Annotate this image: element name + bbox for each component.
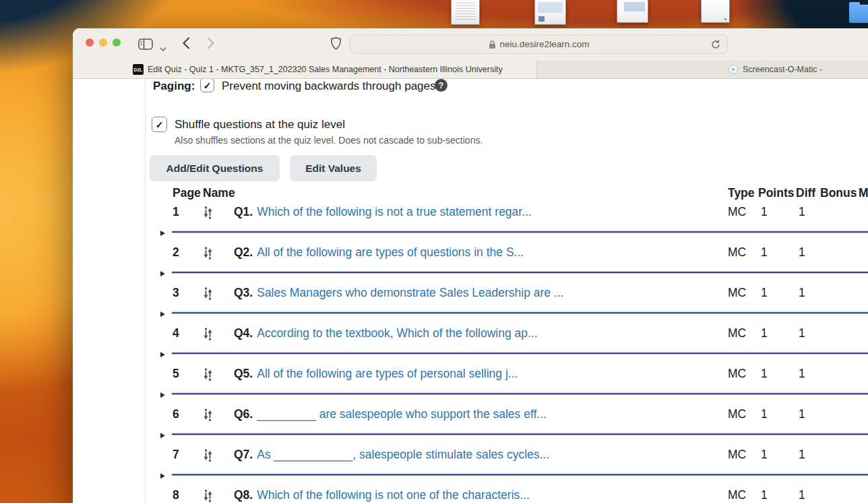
background-window-thumbnail[interactable]: [534, 0, 566, 25]
tab-bar: D2L Edit Quiz - Quiz 1 - MKTG_357_1_2023…: [73, 61, 868, 79]
tab-screencast-o-matic[interactable]: Screencast-O-Matic -: [538, 61, 868, 78]
reorder-handle-icon[interactable]: [203, 287, 213, 303]
reorder-handle-icon[interactable]: [203, 489, 213, 503]
expand-arrow-icon[interactable]: [160, 473, 165, 479]
shuffle-checkbox[interactable]: ✓: [152, 117, 167, 132]
expand-arrow-icon[interactable]: [160, 352, 165, 357]
separator-line: [172, 270, 868, 274]
table-row: 7 Q7.As ____________, salespeople stimul…: [73, 441, 868, 471]
tab-edit-quiz[interactable]: D2L Edit Quiz - Quiz 1 - MKTG_357_1_2023…: [73, 61, 537, 78]
sidebar-toggle-icon[interactable]: [138, 38, 153, 53]
shuffle-label: Shuffle questions at the quiz level: [175, 118, 345, 131]
help-icon[interactable]: ?: [435, 79, 447, 92]
reorder-handle-icon[interactable]: [203, 206, 213, 223]
row-page-number: 7: [173, 448, 179, 462]
separator-line: [172, 392, 868, 396]
separator-line: [172, 351, 868, 355]
row-type: MC: [728, 367, 746, 381]
table-row: 3 Q3.Sales Managers who demonstrate Sale…: [73, 279, 868, 309]
zoom-window-button[interactable]: [113, 38, 121, 47]
question-link[interactable]: According to the textbook, Which of the …: [257, 326, 537, 340]
separator-line: [172, 230, 868, 234]
row-points: 1: [761, 286, 768, 300]
desktop-folder-icon[interactable]: [849, 5, 868, 23]
question-number: Q4.: [234, 326, 253, 340]
question-number: Q5.: [234, 367, 253, 380]
desktop: neiu.desire2learn.com D2L Edit Quiz - Qu…: [0, 0, 868, 503]
question-link[interactable]: Sales Managers who demonstrate Sales Lea…: [257, 286, 563, 299]
add-edit-questions-button[interactable]: Add/Edit Questions: [150, 155, 280, 181]
browser-window: neiu.desire2learn.com D2L Edit Quiz - Qu…: [73, 28, 868, 503]
expand-arrow-icon[interactable]: [160, 271, 165, 276]
expand-arrow-icon[interactable]: [160, 312, 165, 317]
question-link[interactable]: All of the following are types of questi…: [257, 245, 524, 259]
background-window-thumbnail[interactable]: [617, 0, 648, 23]
row-type: MC: [728, 245, 746, 260]
minimize-window-button[interactable]: [99, 38, 107, 47]
row-page-number: 5: [173, 367, 179, 381]
privacy-shield-icon[interactable]: [330, 36, 342, 53]
row-page-number: 1: [173, 205, 179, 219]
close-window-button[interactable]: [86, 38, 94, 47]
background-window-thumbnail[interactable]: [451, 0, 480, 25]
row-separator: [73, 230, 868, 237]
row-type: MC: [728, 286, 746, 300]
expand-arrow-icon[interactable]: [160, 433, 165, 438]
separator-line: [172, 473, 868, 477]
row-separator: [73, 432, 868, 440]
table-row: 1 Q1.Which of the following is not a tru…: [73, 198, 868, 228]
question-link[interactable]: As ____________, salespeople stimulate s…: [257, 448, 549, 461]
panel-preview-icon: [624, 2, 645, 11]
row-points: 1: [761, 367, 768, 381]
reorder-handle-icon[interactable]: [203, 367, 213, 384]
reorder-handle-icon[interactable]: [203, 246, 213, 263]
document-lines-icon: [456, 3, 475, 22]
row-page-number: 2: [173, 245, 179, 260]
row-page-number: 4: [173, 326, 179, 341]
image-preview-icon: [538, 2, 563, 13]
row-diff: 1: [799, 407, 805, 421]
back-button[interactable]: [182, 37, 190, 52]
row-type: MC: [728, 448, 746, 462]
question-number: Q7.: [234, 448, 253, 461]
row-diff: 1: [799, 326, 805, 341]
row-separator: [73, 473, 868, 480]
expand-arrow-icon[interactable]: [160, 231, 165, 236]
browser-toolbar: neiu.desire2learn.com: [73, 28, 868, 61]
question-link[interactable]: Which of the following is not one of the…: [257, 488, 530, 502]
tab-title: Edit Quiz - Quiz 1 - MKTG_357_1_202320 S…: [148, 65, 525, 74]
background-window-thumbnail[interactable]: [701, 0, 730, 23]
checkmark-icon: ✓: [156, 119, 164, 130]
forward-button[interactable]: [207, 37, 215, 52]
edit-values-button[interactable]: Edit Values: [290, 155, 377, 181]
reload-icon[interactable]: [710, 39, 721, 52]
question-number: Q8.: [234, 488, 253, 502]
expand-arrow-icon[interactable]: [160, 392, 165, 398]
question-number: Q2.: [234, 245, 253, 259]
question-link[interactable]: _________ are salespeople who support th…: [257, 407, 547, 421]
reorder-handle-icon[interactable]: [203, 448, 213, 465]
question-number: Q3.: [234, 286, 253, 299]
row-type: MC: [728, 326, 746, 341]
lock-icon: [489, 40, 496, 49]
shuffle-note: Also shuffles sections at the quiz level…: [175, 135, 483, 146]
row-separator: [73, 311, 868, 318]
checkmark-icon: ✓: [204, 80, 212, 91]
reorder-handle-icon[interactable]: [203, 408, 213, 425]
question-link[interactable]: All of the following are types of person…: [257, 367, 518, 380]
row-points: 1: [761, 245, 768, 260]
reorder-handle-icon[interactable]: [203, 327, 213, 344]
row-page-number: 3: [173, 286, 179, 300]
paging-checkbox[interactable]: ✓: [200, 79, 214, 92]
row-separator: [73, 392, 868, 399]
address-bar[interactable]: neiu.desire2learn.com: [350, 34, 728, 54]
paging-option-label: Prevent moving backwards through pages: [222, 80, 436, 93]
table-row: 5 Q5.All of the following are types of p…: [73, 360, 868, 390]
separator-line: [172, 311, 868, 315]
row-points: 1: [761, 407, 768, 421]
row-type: MC: [728, 205, 746, 219]
row-points: 1: [761, 488, 768, 502]
sidebar-chevron-down-icon[interactable]: [160, 42, 166, 55]
row-type: MC: [728, 488, 746, 502]
question-link[interactable]: Which of the following is not a true sta…: [257, 205, 532, 218]
